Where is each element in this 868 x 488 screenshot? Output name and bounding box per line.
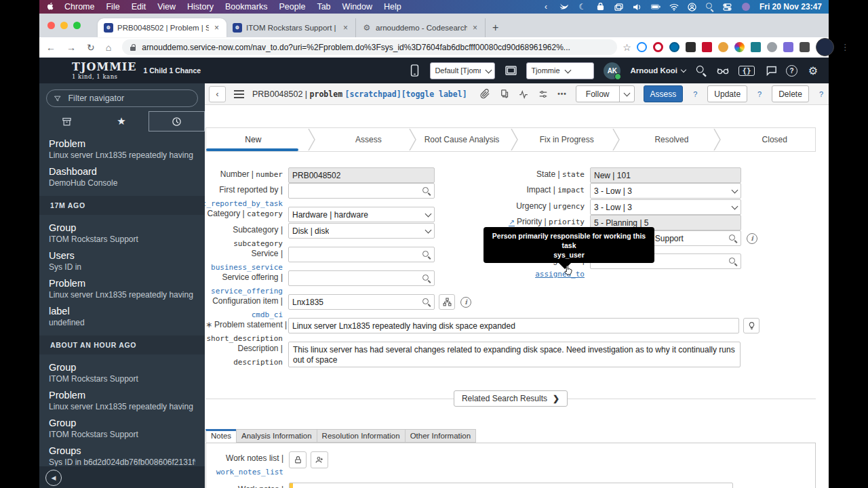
scripts-braces-icon[interactable]: {} (738, 66, 755, 76)
tab-favorites[interactable]: ★ (94, 111, 149, 131)
spotlight-search-icon[interactable] (706, 3, 714, 11)
extension-icon[interactable] (767, 42, 777, 52)
volume-icon[interactable] (633, 2, 642, 12)
subcategory-select[interactable]: Disk | disk (288, 223, 435, 239)
history-entry[interactable]: Problem Linux server Lnx1835 repeatedly … (39, 387, 205, 415)
update-help-link[interactable]: ? (757, 90, 762, 98)
bookmark-star-icon[interactable]: ☆ (623, 42, 631, 53)
extension-icon[interactable] (734, 42, 745, 52)
form-context-menu-icon[interactable] (234, 90, 244, 92)
history-entry[interactable]: Users Sys ID in (39, 247, 205, 275)
section-tab[interactable]: Analysis Information (236, 429, 317, 443)
collapse-sidebar-icon[interactable]: ◀ (45, 470, 62, 486)
menubar-item[interactable]: Help (384, 2, 401, 12)
section-tab[interactable]: Resolution Information (317, 429, 406, 443)
gear-icon[interactable]: ⚙ (807, 64, 819, 77)
tab-close-icon[interactable]: × (342, 23, 349, 33)
menubar-item[interactable]: File (106, 2, 119, 12)
menubar-item[interactable]: People (279, 2, 305, 12)
add-person-button[interactable] (311, 451, 328, 468)
menubar-item[interactable]: Bookmarks (225, 2, 268, 12)
assess-help-link[interactable]: ? (693, 90, 697, 98)
tab-close-icon[interactable]: × (471, 23, 479, 33)
description-textarea[interactable]: This linux server has had several change… (288, 342, 741, 367)
impersonate-glasses-icon[interactable] (717, 64, 729, 77)
extension-icon[interactable] (686, 42, 696, 52)
category-select[interactable]: Hardware | hardware (288, 207, 435, 222)
process-flow-step[interactable]: Resolved (612, 128, 714, 151)
secure-lock-icon[interactable] (130, 44, 136, 51)
menubar-item[interactable]: Edit (132, 2, 146, 12)
menubar-item[interactable]: Chrome (64, 2, 94, 12)
extension-icon[interactable] (783, 42, 793, 52)
reference-lookup-icon[interactable] (729, 258, 737, 266)
chevron-left-icon[interactable]: ‹ (541, 2, 551, 12)
lock-app-icon[interactable] (596, 2, 606, 12)
history-entry[interactable]: 17M AGO (39, 196, 205, 215)
tab-all-applications[interactable] (39, 111, 94, 131)
service-field[interactable] (288, 247, 435, 262)
process-flow-step[interactable]: Closed (713, 128, 815, 151)
reference-lookup-icon[interactable] (422, 298, 431, 306)
user-menu[interactable]: Arnoud Kooi (630, 66, 686, 75)
section-tab[interactable]: Other Information (405, 429, 476, 443)
work-notes-textarea[interactable]: Work notes (289, 483, 733, 488)
tab-history[interactable] (149, 111, 205, 131)
control-center-icon[interactable] (723, 2, 732, 12)
lock-toggle-button[interactable] (289, 451, 307, 468)
problem-statement-field[interactable]: Linux server Lnx1835 repeatedly having d… (288, 318, 739, 333)
reload-icon[interactable]: ↻ (87, 42, 95, 53)
help-icon[interactable]: ? (786, 65, 797, 77)
personalize-sliders-icon[interactable] (538, 89, 549, 99)
assess-button[interactable]: Assess (644, 85, 684, 102)
more-options-icon[interactable]: ••• (557, 90, 567, 98)
history-entry[interactable]: Group ITOM Rockstars Support (39, 220, 205, 247)
info-icon[interactable]: i (747, 233, 757, 244)
info-icon[interactable]: i (460, 297, 471, 308)
configuration-item-field[interactable]: Lnx1835 (288, 294, 435, 310)
swift-app-icon[interactable] (559, 2, 569, 12)
process-flow-step[interactable]: New (206, 128, 308, 151)
assigned-to-name-link[interactable]: assigned_to (535, 267, 585, 281)
delete-button[interactable]: Delete (772, 85, 809, 102)
mission-control-icon[interactable] (614, 2, 624, 12)
menubar-item[interactable]: Window (342, 2, 372, 12)
extension-icon[interactable] (653, 42, 663, 52)
workspace-window-icon[interactable] (505, 64, 517, 77)
history-entry[interactable]: Dashboard DemoHub Console (39, 163, 205, 191)
first-reported-by-field[interactable] (288, 183, 435, 199)
wifi-icon[interactable] (669, 2, 679, 12)
urgency-select[interactable]: 3 - Low | 3 (590, 199, 741, 215)
extension-icon[interactable] (669, 42, 679, 52)
browser-tab[interactable]: ⚙ PRB0048502 | Problem | Servi × (98, 18, 226, 37)
reference-lookup-icon[interactable] (422, 251, 431, 259)
back-button[interactable]: ‹ (209, 86, 226, 102)
menubar-item[interactable]: History (187, 2, 214, 12)
calculated-field-icon[interactable]: ↗ (509, 218, 514, 226)
extension-icon[interactable] (637, 42, 647, 52)
battery-icon[interactable] (651, 2, 660, 12)
history-entry[interactable]: Problem Linux server Lnx1835 repeatedly … (39, 275, 205, 303)
menubar-item[interactable]: View (157, 2, 176, 12)
dependency-map-button[interactable] (439, 294, 455, 310)
user-account-icon[interactable] (688, 2, 697, 12)
menubar-app-icon[interactable] (741, 2, 751, 12)
history-entry[interactable]: ABOUT AN HOUR AGO (39, 336, 205, 354)
suggestion-bulb-button[interactable] (743, 318, 760, 333)
delete-help-link[interactable]: ? (819, 90, 823, 98)
filter-navigator-box[interactable] (46, 89, 198, 107)
attachment-paperclip-icon[interactable] (480, 89, 490, 99)
browser-tab[interactable]: ⚙ ITOM Rockstars Support | Grou × (226, 18, 356, 37)
extension-icon[interactable] (816, 38, 834, 56)
service-offering-field[interactable] (288, 270, 435, 286)
home-icon[interactable]: ⌂ (106, 42, 111, 53)
user-avatar[interactable]: AK (604, 62, 620, 79)
zoom-window-button[interactable] (73, 22, 81, 29)
extension-icon[interactable] (702, 42, 712, 52)
instance-logo[interactable]: TJOMMIE 1 kind, 1 kans (72, 62, 137, 80)
activity-pulse-icon[interactable] (518, 89, 529, 99)
related-search-results-button[interactable]: Related Search Results ❯ (454, 390, 568, 407)
browser-menu-icon[interactable]: ⋮ (841, 42, 850, 52)
mobile-phone-icon[interactable] (408, 64, 420, 77)
debug-labels-link[interactable]: [scratchpad][toggle label] (345, 89, 467, 99)
